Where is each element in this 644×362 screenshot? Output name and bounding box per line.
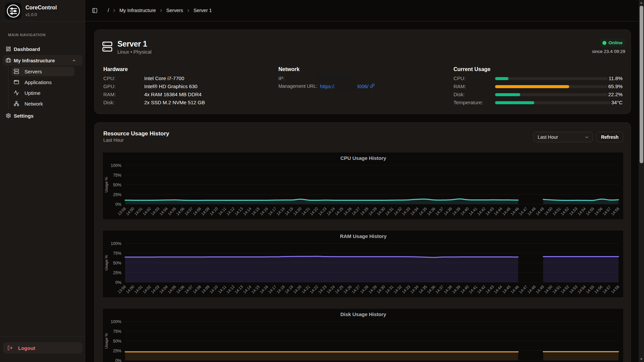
svg-text:14:28: 14:28 bbox=[360, 206, 369, 216]
svg-text:14:48: 14:48 bbox=[527, 285, 536, 294]
svg-text:14:22: 14:22 bbox=[309, 206, 319, 216]
svg-text:14:50: 14:50 bbox=[543, 285, 553, 294]
svg-text:14:32: 14:32 bbox=[393, 206, 402, 216]
svg-text:14:24: 14:24 bbox=[326, 285, 336, 294]
svg-text:14:57: 14:57 bbox=[602, 206, 612, 216]
svg-text:14:55: 14:55 bbox=[585, 285, 595, 294]
svg-text:14:45: 14:45 bbox=[501, 285, 511, 294]
svg-text:14:06: 14:06 bbox=[175, 206, 185, 216]
svg-text:14:14: 14:14 bbox=[243, 285, 252, 294]
svg-text:14:17: 14:17 bbox=[267, 285, 277, 294]
svg-text:14:38: 14:38 bbox=[443, 206, 453, 216]
svg-text:14:03: 14:03 bbox=[150, 206, 160, 216]
svg-text:14:48: 14:48 bbox=[527, 206, 536, 216]
svg-text:Disk Usage History: Disk Usage History bbox=[340, 311, 386, 317]
svg-text:100%: 100% bbox=[111, 163, 121, 168]
svg-text:14:15: 14:15 bbox=[251, 285, 260, 294]
svg-text:14:01: 14:01 bbox=[133, 206, 143, 216]
svg-text:14:08: 14:08 bbox=[192, 206, 202, 216]
svg-text:14:13: 14:13 bbox=[234, 206, 244, 216]
svg-text:0%: 0% bbox=[115, 202, 121, 207]
svg-text:14:08: 14:08 bbox=[192, 285, 202, 294]
svg-text:14:17: 14:17 bbox=[267, 206, 277, 216]
svg-text:14:19: 14:19 bbox=[284, 285, 294, 294]
svg-text:14:14: 14:14 bbox=[243, 206, 252, 216]
svg-text:14:33: 14:33 bbox=[401, 206, 411, 216]
svg-text:75%: 75% bbox=[113, 251, 121, 256]
svg-text:Usage %: Usage % bbox=[104, 177, 108, 193]
svg-text:14:49: 14:49 bbox=[535, 285, 545, 294]
svg-text:14:39: 14:39 bbox=[451, 206, 461, 216]
svg-text:14:35: 14:35 bbox=[418, 285, 428, 294]
svg-text:14:52: 14:52 bbox=[560, 285, 570, 294]
svg-text:14:25: 14:25 bbox=[334, 285, 344, 294]
svg-text:14:29: 14:29 bbox=[368, 285, 378, 294]
svg-text:14:50: 14:50 bbox=[543, 206, 553, 216]
svg-text:14:39: 14:39 bbox=[451, 285, 461, 294]
svg-text:13:58: 13:58 bbox=[117, 285, 127, 294]
svg-text:14:33: 14:33 bbox=[401, 285, 411, 294]
svg-text:14:16: 14:16 bbox=[259, 285, 269, 294]
svg-text:50%: 50% bbox=[113, 339, 121, 344]
svg-text:14:56: 14:56 bbox=[594, 206, 603, 216]
svg-text:25%: 25% bbox=[113, 270, 121, 275]
svg-text:14:27: 14:27 bbox=[351, 285, 361, 294]
svg-text:14:27: 14:27 bbox=[351, 206, 361, 216]
svg-text:14:36: 14:36 bbox=[426, 285, 436, 294]
svg-text:14:30: 14:30 bbox=[376, 285, 386, 294]
svg-text:14:37: 14:37 bbox=[435, 206, 444, 216]
svg-text:14:22: 14:22 bbox=[309, 285, 319, 294]
svg-text:RAM Usage History: RAM Usage History bbox=[340, 233, 387, 239]
svg-text:25%: 25% bbox=[113, 349, 121, 353]
svg-text:14:38: 14:38 bbox=[443, 285, 453, 294]
svg-text:14:32: 14:32 bbox=[393, 285, 402, 294]
svg-text:Usage %: Usage % bbox=[104, 333, 108, 349]
svg-text:14:58: 14:58 bbox=[610, 206, 620, 216]
svg-text:14:44: 14:44 bbox=[493, 285, 503, 294]
svg-text:14:16: 14:16 bbox=[259, 206, 269, 216]
svg-text:14:06: 14:06 bbox=[175, 285, 185, 294]
svg-text:25%: 25% bbox=[113, 192, 121, 197]
svg-text:14:55: 14:55 bbox=[585, 206, 595, 216]
svg-text:75%: 75% bbox=[113, 329, 121, 334]
svg-text:Usage %: Usage % bbox=[104, 255, 108, 271]
svg-text:14:41: 14:41 bbox=[468, 206, 478, 216]
svg-text:14:11: 14:11 bbox=[217, 285, 227, 294]
svg-text:14:42: 14:42 bbox=[477, 285, 486, 294]
svg-text:14:09: 14:09 bbox=[201, 206, 210, 216]
svg-text:0%: 0% bbox=[115, 358, 121, 362]
svg-text:14:45: 14:45 bbox=[501, 206, 511, 216]
svg-text:14:40: 14:40 bbox=[460, 206, 470, 216]
svg-text:14:10: 14:10 bbox=[209, 206, 219, 216]
svg-text:14:02: 14:02 bbox=[142, 285, 152, 294]
svg-text:14:21: 14:21 bbox=[301, 285, 311, 294]
svg-text:14:23: 14:23 bbox=[318, 285, 327, 294]
svg-text:14:47: 14:47 bbox=[518, 206, 528, 216]
svg-text:14:41: 14:41 bbox=[468, 285, 478, 294]
svg-text:14:20: 14:20 bbox=[292, 206, 302, 216]
svg-text:14:54: 14:54 bbox=[577, 285, 587, 294]
svg-text:14:09: 14:09 bbox=[201, 285, 210, 294]
svg-text:14:34: 14:34 bbox=[410, 285, 419, 294]
svg-text:14:15: 14:15 bbox=[251, 206, 260, 216]
svg-text:14:20: 14:20 bbox=[292, 285, 302, 294]
svg-text:14:29: 14:29 bbox=[368, 206, 378, 216]
svg-text:14:53: 14:53 bbox=[569, 206, 578, 216]
svg-text:14:46: 14:46 bbox=[510, 285, 520, 294]
svg-text:CPU Usage History: CPU Usage History bbox=[340, 155, 386, 161]
svg-text:14:51: 14:51 bbox=[552, 285, 561, 294]
svg-text:14:04: 14:04 bbox=[159, 285, 168, 294]
svg-text:14:05: 14:05 bbox=[167, 206, 177, 216]
svg-text:14:12: 14:12 bbox=[226, 285, 235, 294]
svg-text:0%: 0% bbox=[115, 280, 121, 285]
svg-text:14:13: 14:13 bbox=[234, 285, 244, 294]
svg-text:14:37: 14:37 bbox=[435, 285, 444, 294]
svg-text:14:26: 14:26 bbox=[343, 206, 353, 216]
svg-text:14:19: 14:19 bbox=[284, 206, 294, 216]
svg-text:14:01: 14:01 bbox=[133, 285, 143, 294]
svg-text:14:52: 14:52 bbox=[560, 206, 570, 216]
svg-text:14:12: 14:12 bbox=[226, 206, 235, 216]
svg-text:14:35: 14:35 bbox=[418, 206, 428, 216]
svg-text:14:44: 14:44 bbox=[493, 206, 503, 216]
svg-text:14:30: 14:30 bbox=[376, 206, 386, 216]
